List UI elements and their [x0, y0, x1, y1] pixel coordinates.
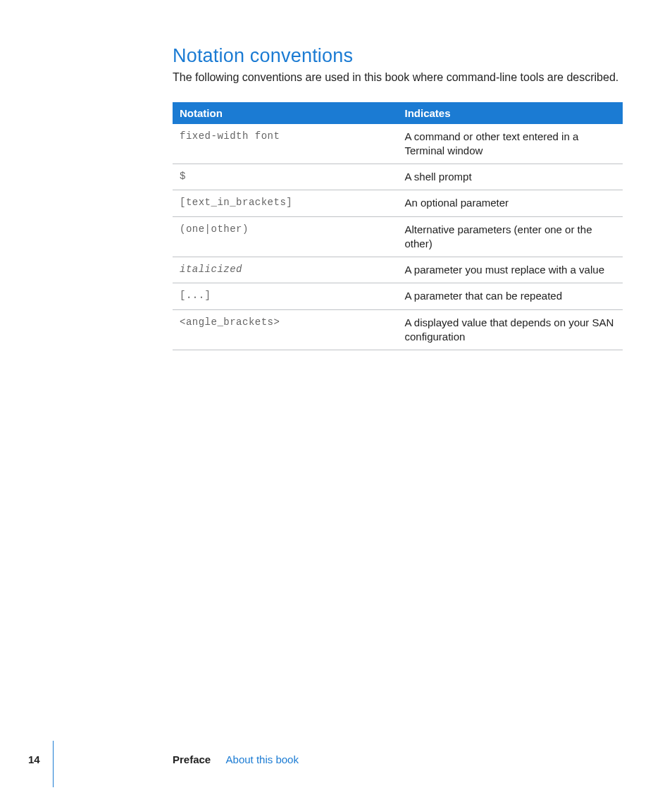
cell-indicates: A command or other text entered in a Ter…	[398, 124, 623, 164]
table-row: <angle_brackets> A displayed value that …	[173, 309, 623, 350]
cell-indicates: A parameter you must replace with a valu…	[398, 257, 623, 283]
intro-text: The following conventions are used in th…	[173, 70, 623, 85]
table-row: [...] A parameter that can be repeated	[173, 283, 623, 309]
table-body: fixed-width font A command or other text…	[173, 124, 623, 350]
header-notation: Notation	[173, 102, 398, 124]
table-header-row: Notation Indicates	[173, 102, 623, 124]
table-row: (one|other) Alternative parameters (ente…	[173, 216, 623, 257]
table-row: italicized A parameter you must replace …	[173, 257, 623, 283]
cell-notation: italicized	[173, 257, 398, 283]
page-footer: 14 Preface About this book	[0, 753, 672, 775]
footer-divider	[53, 741, 54, 787]
cell-notation: (one|other)	[173, 216, 398, 257]
cell-indicates: A displayed value that depends on your S…	[398, 309, 623, 350]
table-row: $ A shell prompt	[173, 164, 623, 190]
cell-indicates: A shell prompt	[398, 164, 623, 190]
cell-notation: fixed-width font	[173, 124, 398, 164]
notation-table: Notation Indicates fixed-width font A co…	[173, 102, 623, 351]
footer-about-label: About this book	[226, 753, 299, 765]
page-number: 14	[28, 753, 40, 765]
cell-notation: [text_in_brackets]	[173, 190, 398, 216]
table-row: [text_in_brackets] An optional parameter	[173, 190, 623, 216]
cell-notation: [...]	[173, 283, 398, 309]
table-row: fixed-width font A command or other text…	[173, 124, 623, 164]
cell-indicates: Alternative parameters (enter one or the…	[398, 216, 623, 257]
cell-notation: <angle_brackets>	[173, 309, 398, 350]
cell-indicates: A parameter that can be repeated	[398, 283, 623, 309]
section-heading: Notation conventions	[173, 45, 623, 67]
cell-indicates: An optional parameter	[398, 190, 623, 216]
footer-text: Preface About this book	[173, 753, 299, 765]
cell-notation: $	[173, 164, 398, 190]
header-indicates: Indicates	[398, 102, 623, 124]
footer-preface-label: Preface	[173, 753, 211, 765]
page-content: Notation conventions The following conve…	[0, 0, 672, 350]
